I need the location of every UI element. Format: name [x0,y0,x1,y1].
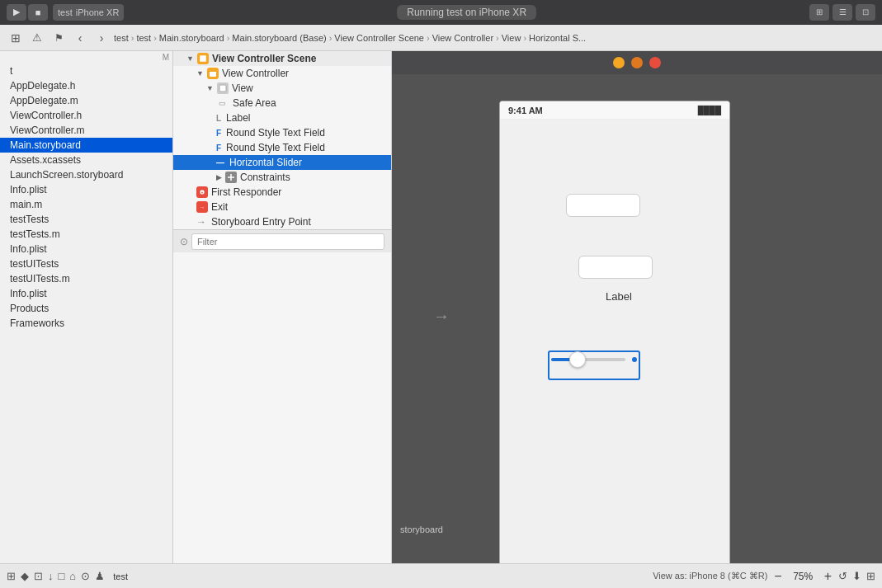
nav-back-button[interactable]: ⊞ [7,29,25,47]
sidebar-item-appdelegate-h[interactable]: AppDelegate.h [0,78,172,93]
phone-textfield-2[interactable] [578,256,653,279]
constraints-label: Constraints [240,172,290,183]
run-button[interactable]: ▶ [7,4,26,21]
tree-item-constraints[interactable]: ▶ Constraints [173,170,391,185]
breadcrumb-6[interactable]: View Controller [432,33,493,43]
phone-content: Label [500,120,729,563]
tree-item-entry-point[interactable]: → Storyboard Entry Point [173,214,391,229]
sidebar-item-testTests[interactable]: testTests [0,212,172,227]
sidebar-item-viewcontroller-m[interactable]: ViewController.m [0,123,172,138]
bottom-icon-down[interactable]: ↓ [48,570,54,582]
sidebar-item-t[interactable]: t [0,64,172,78]
label-icon: L [216,114,221,123]
zoom-percentage: 75% [789,571,818,582]
toolbar-icon-2[interactable]: ☰ [832,4,852,21]
bottom-right-icon-2[interactable]: ⬇ [852,570,861,582]
bottom-icon-target[interactable]: ⊙ [81,570,90,582]
chevron-right-button[interactable]: › [92,29,111,47]
breadcrumb-8[interactable]: Horizontal S... [529,33,586,43]
bottom-icon-person[interactable]: ♟ [95,570,105,582]
breadcrumb-5[interactable]: View Controller Scene [334,33,424,43]
breadcrumb-1[interactable]: test [114,33,129,43]
sidebar-item-frameworks[interactable]: Frameworks [0,316,172,331]
phone-textfield-1[interactable] [566,194,640,217]
canvas-area[interactable]: → storyboard ↖ 9:41 AM ████ Label [392,51,882,563]
svg-text:+: + [201,190,204,195]
vc-label: View Controller [222,68,289,79]
triangle-icon: ▼ [186,54,194,63]
bottom-right-icon-1[interactable]: ↺ [838,570,847,582]
sidebar-item-testTests-m[interactable]: testTests.m [0,227,172,242]
red-circle[interactable] [649,57,661,68]
sidebar-item-info-plist-1[interactable]: Info.plist [0,182,172,197]
sidebar-item-assets[interactable]: Assets.xcassets [0,153,172,167]
sidebar-item-m[interactable]: M [0,51,172,64]
filter-input[interactable] [191,233,384,250]
breadcrumb-4[interactable]: Main.storyboard (Base) [232,33,326,43]
flag-button[interactable]: ⚑ [50,29,68,47]
warning-button[interactable]: ⚠ [28,29,46,47]
top-toolbar: ▶ ■ test iPhone XR Running test on iPhon… [0,0,882,25]
textfield2-icon: F [216,143,221,153]
breadcrumb-2[interactable]: test [136,33,151,43]
textfield1-icon: F [216,129,221,138]
zoom-minus-button[interactable]: − [774,569,781,584]
zoom-plus-button[interactable]: + [824,569,832,584]
tree-item-view[interactable]: ▼ View [173,81,391,96]
bottom-test-label: test [113,572,128,581]
device-label: iPhone XR [76,7,120,17]
chevron-left-button[interactable]: ‹ [71,29,89,47]
sidebar-item-info-plist-3[interactable]: Info.plist [0,286,172,301]
label-label: Label [226,112,250,124]
view-label: View [232,82,253,94]
breadcrumb-7[interactable]: View [502,33,521,43]
scheme-label: test [58,7,73,17]
yellow-circle[interactable] [613,57,625,68]
sidebar-item-viewcontroller-h[interactable]: ViewController.h [0,108,172,123]
svg-rect-2 [210,70,216,72]
exit-icon: → [196,201,208,213]
slider-selection [548,350,640,380]
bottom-icon-square[interactable]: ⊡ [34,570,43,582]
run-controls: ▶ ■ [7,4,48,21]
sidebar-item-appdelegate-m[interactable]: AppDelegate.m [0,93,172,108]
sidebar-item-testUITests-m[interactable]: testUITests.m [0,271,172,286]
scheme-button[interactable]: test iPhone XR [53,4,124,21]
sidebar-item-info-plist-2[interactable]: Info.plist [0,242,172,256]
slider-thumb[interactable] [569,351,586,368]
tree-item-vc[interactable]: ▼ View Controller [173,66,391,81]
toolbar-icon-3[interactable]: ⊡ [856,4,875,21]
tree-item-slider[interactable]: — Horizontal Slider [173,155,391,170]
breadcrumb: test › test › Main.storyboard › Main.sto… [114,33,875,43]
bottom-right-icon-3[interactable]: ⊞ [866,570,875,582]
tree-item-first-responder[interactable]: + First Responder [173,185,391,200]
sidebar-item-main-storyboard[interactable]: Main.storyboard [0,138,172,153]
bottom-icon-grid[interactable]: ⊞ [7,570,16,582]
stop-button[interactable]: ■ [28,4,48,21]
storyboard-entry-arrow: → [433,307,450,326]
filter-bar: ⊙ [173,229,391,252]
orange-circle[interactable] [631,57,643,68]
sidebar-item-testUITests[interactable]: testUITests [0,256,172,271]
breadcrumb-3[interactable]: Main.storyboard [159,33,224,43]
tree-item-vc-scene[interactable]: ▼ View Controller Scene [173,51,391,66]
bottom-icon-home[interactable]: ⌂ [69,570,76,582]
phone-slider[interactable] [551,357,637,362]
tree-item-textfield-2[interactable]: F Round Style Text Field [173,140,391,155]
bottom-icon-rect[interactable]: □ [59,570,65,582]
filter-icon: ⊙ [180,236,188,247]
entry-arrow-icon: → [196,216,206,228]
bottom-toolbar-right: ↺ ⬇ ⊞ [838,570,875,582]
safe-area-icon: ▭ [216,99,228,107]
toolbar-icon-1[interactable]: ⊞ [809,4,829,21]
tree-item-exit[interactable]: → Exit [173,200,391,214]
tree-item-textfield-1[interactable]: F Round Style Text Field [173,125,391,140]
sidebar-item-launchscreen[interactable]: LaunchScreen.storyboard [0,167,172,182]
sidebar-item-products[interactable]: Products [0,301,172,316]
tree-item-label[interactable]: L Label [173,111,391,125]
vc-scene-icon [197,53,209,64]
bottom-icon-diamond[interactable]: ◆ [21,570,29,582]
vc-icon [207,68,219,79]
sidebar-item-main-m[interactable]: main.m [0,197,172,212]
tree-item-safe-area[interactable]: ▭ Safe Area [173,96,391,111]
